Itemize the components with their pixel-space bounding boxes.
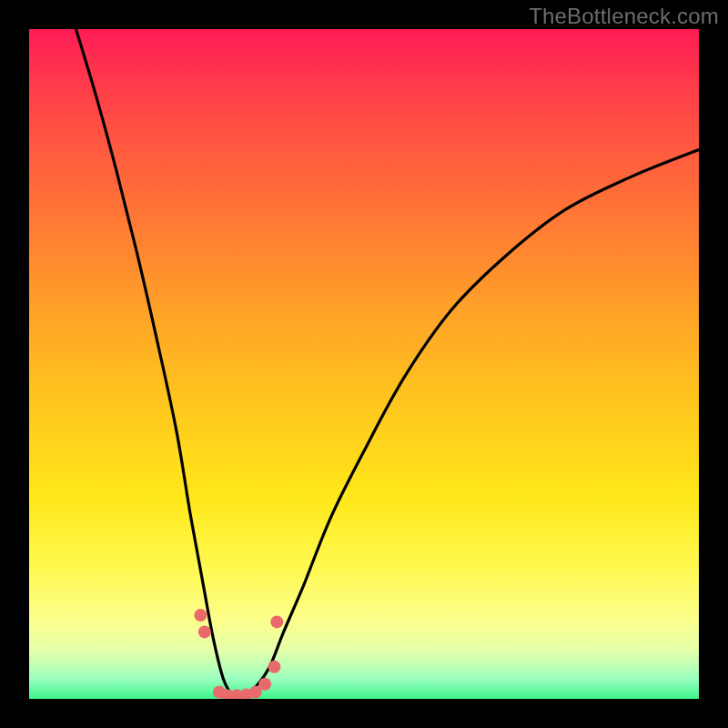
data-marker xyxy=(198,625,211,638)
data-markers xyxy=(194,609,283,699)
data-marker xyxy=(268,661,280,673)
data-marker xyxy=(258,678,271,691)
data-marker xyxy=(270,615,283,628)
bottleneck-curve xyxy=(29,29,699,699)
curve-path xyxy=(76,29,700,697)
chart-frame: TheBottleneck.com xyxy=(0,0,728,728)
plot-area xyxy=(29,29,699,699)
data-marker xyxy=(194,609,207,622)
watermark-text: TheBottleneck.com xyxy=(529,4,719,29)
